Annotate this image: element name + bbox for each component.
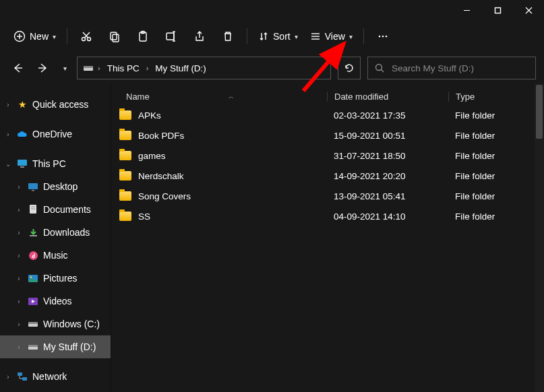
share-button[interactable]	[186, 24, 213, 48]
svg-point-8	[88, 38, 91, 41]
svg-point-7	[82, 38, 86, 41]
tree-item-quick-access[interactable]: › ★ Quick access	[0, 93, 111, 116]
tree-item-downloads[interactable]: › Downloads	[0, 221, 111, 244]
folder-icon	[119, 211, 131, 221]
chevron-down-icon[interactable]: ⌄	[320, 65, 325, 72]
documents-icon	[27, 203, 39, 216]
view-icon	[310, 31, 321, 42]
column-header-type[interactable]: Type	[448, 92, 543, 102]
new-button[interactable]: New ▾	[8, 24, 61, 48]
svg-rect-48	[22, 377, 27, 381]
address-bar[interactable]: › This PC › My Stuff (D:) ⌄	[77, 57, 331, 79]
svg-rect-32	[20, 166, 24, 168]
tree-item-onedrive[interactable]: › OneDrive	[0, 123, 111, 145]
download-icon	[27, 226, 39, 238]
chevron-right-icon: ›	[15, 252, 23, 259]
chevron-right-icon: ›	[145, 64, 150, 72]
file-name: games	[138, 151, 166, 161]
column-header-name[interactable]: Name ︿	[111, 92, 327, 102]
folder-icon	[119, 191, 131, 201]
sort-button[interactable]: Sort ▾	[253, 24, 303, 48]
sort-ascending-icon: ︿	[229, 93, 234, 100]
svg-point-22	[378, 36, 380, 38]
paste-button[interactable]	[129, 24, 156, 48]
separator	[67, 28, 67, 44]
file-type: File folder	[448, 110, 543, 121]
forward-button[interactable]	[34, 57, 53, 79]
breadcrumb-item[interactable]: My Stuff (D:)	[152, 62, 209, 75]
separator	[247, 28, 247, 44]
ellipsis-icon	[377, 30, 389, 42]
more-button[interactable]	[369, 24, 396, 48]
music-icon	[27, 249, 39, 261]
copy-button[interactable]	[101, 24, 128, 48]
rename-button[interactable]	[158, 24, 185, 48]
svg-rect-1	[495, 7, 500, 13]
close-button[interactable]	[513, 0, 544, 20]
search-icon	[375, 63, 385, 73]
column-header-date[interactable]: Date modified	[327, 92, 448, 102]
tree-item-videos[interactable]: › Videos	[0, 290, 111, 313]
tree-item-desktop[interactable]: › Desktop	[0, 175, 111, 198]
table-row[interactable]: APKs02-03-2021 17:35File folder	[111, 105, 544, 125]
svg-point-41	[30, 276, 32, 278]
table-row[interactable]: Nerdschalk14-09-2021 20:20File folder	[111, 166, 544, 186]
title-bar	[0, 0, 544, 20]
tree-item-network[interactable]: › Network	[0, 365, 111, 388]
tree-item-pictures[interactable]: › Pictures	[0, 267, 111, 290]
view-button[interactable]: View ▾	[305, 24, 358, 48]
sort-icon	[258, 31, 269, 42]
plus-icon	[13, 30, 26, 42]
monitor-icon	[16, 158, 28, 170]
file-date: 14-09-2021 20:20	[327, 171, 448, 181]
chevron-right-icon: ›	[15, 275, 23, 282]
tree-item-documents[interactable]: › Documents	[0, 198, 111, 221]
toolbar: New ▾ Sort ▾ View ▾	[0, 20, 544, 53]
navigation-tree: › ★ Quick access › OneDrive ⌄ This PC › …	[0, 84, 111, 392]
minimize-button[interactable]	[451, 0, 482, 20]
table-row[interactable]: Book PDFs15-09-2021 00:51File folder	[111, 125, 544, 145]
svg-rect-15	[167, 33, 174, 40]
breadcrumb-item[interactable]: This PC	[104, 62, 142, 75]
svg-rect-12	[113, 34, 119, 42]
svg-rect-31	[18, 160, 27, 166]
chevron-down-icon: ▾	[53, 33, 56, 40]
tree-item-drive-c[interactable]: › Windows (C:)	[0, 313, 111, 335]
file-type: File folder	[448, 131, 543, 141]
recent-locations-button[interactable]: ▾	[59, 57, 70, 79]
maximize-button[interactable]	[482, 0, 513, 20]
chevron-right-icon: ›	[15, 229, 23, 236]
back-button[interactable]	[8, 57, 27, 79]
folder-icon	[119, 151, 131, 160]
scrollbar-thumb[interactable]	[536, 85, 543, 139]
copy-icon	[109, 30, 121, 42]
chevron-right-icon: ›	[15, 206, 23, 214]
tree-item-this-pc[interactable]: ⌄ This PC	[0, 152, 111, 175]
chevron-right-icon: ›	[4, 101, 12, 108]
file-date: 02-03-2021 17:35	[327, 110, 448, 121]
tree-item-drive-d[interactable]: › My Stuff (D:)	[0, 335, 111, 358]
cut-button[interactable]	[73, 24, 100, 48]
file-type: File folder	[448, 191, 543, 201]
file-type: File folder	[448, 151, 543, 161]
file-list: Name ︿ Date modified Type APKs02-03-2021…	[111, 84, 544, 392]
table-row[interactable]: SS04-09-2021 14:10File folder	[111, 206, 544, 226]
search-box[interactable]: Search My Stuff (D:)	[367, 57, 536, 79]
vertical-scrollbar[interactable]	[535, 84, 544, 392]
refresh-icon	[344, 63, 355, 73]
svg-rect-34	[32, 190, 34, 191]
clipboard-icon	[137, 30, 149, 42]
rename-icon	[165, 30, 177, 42]
refresh-button[interactable]	[338, 57, 361, 79]
file-date: 04-09-2021 14:10	[327, 211, 448, 222]
svg-point-24	[385, 36, 387, 38]
main-area: › ★ Quick access › OneDrive ⌄ This PC › …	[0, 84, 544, 392]
delete-button[interactable]	[214, 24, 241, 48]
table-row[interactable]: Song Covers13-09-2021 05:41File folder	[111, 186, 544, 206]
chevron-right-icon: ›	[96, 64, 102, 72]
tree-item-music[interactable]: › Music	[0, 244, 111, 267]
table-row[interactable]: games31-07-2021 18:50File folder	[111, 145, 544, 166]
chevron-down-icon: ▾	[63, 65, 67, 72]
svg-rect-28	[84, 66, 93, 68]
file-name: SS	[138, 211, 150, 222]
